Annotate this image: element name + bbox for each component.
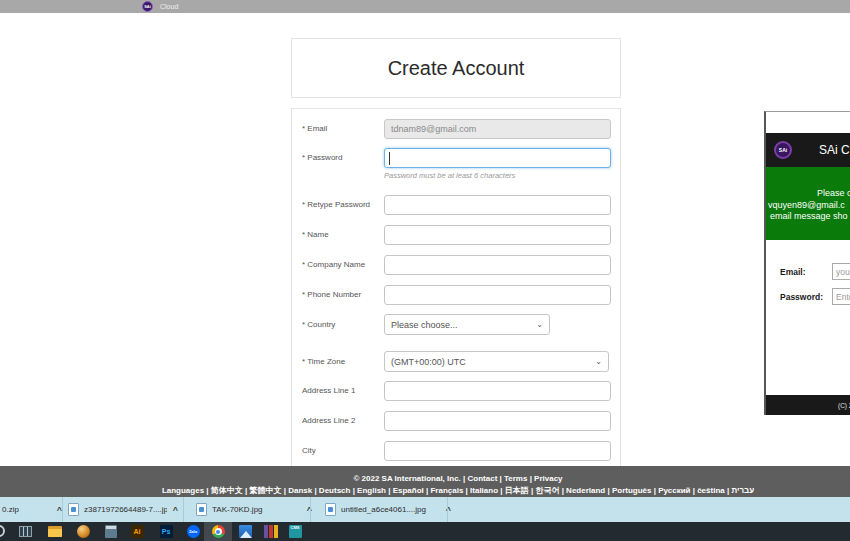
shelf-divider [447, 497, 448, 522]
address-line-1-label: Address Line 1 [302, 386, 355, 395]
winrar-icon[interactable] [258, 522, 284, 541]
task-view-icon[interactable] [12, 522, 38, 541]
page-title-panel: Create Account [291, 38, 621, 98]
retype-password-field[interactable] [384, 195, 611, 215]
email-label: * Email [302, 124, 327, 133]
password-hint: Password must be at least 6 characters [384, 171, 515, 180]
site-footer: © 2022 SA International, Inc. | Contact … [0, 466, 850, 497]
text-caret [389, 152, 390, 165]
download-filename: 0.zip [2, 505, 19, 514]
photoshop-icon[interactable]: Ps [153, 522, 179, 541]
chevron-down-icon: ⌄ [536, 320, 543, 329]
address-line-1-field[interactable] [384, 381, 611, 401]
popup-password-label: Password: [780, 292, 823, 302]
address-line-2-label: Address Line 2 [302, 416, 355, 425]
file-explorer-icon[interactable] [42, 522, 68, 541]
cms-app-icon[interactable]: CMS [282, 522, 308, 541]
download-filename: untitled_a6ce4061....jpg [341, 505, 426, 514]
chrome-icon-active[interactable] [204, 522, 232, 541]
popup-email-field[interactable] [832, 263, 850, 280]
globe-app-icon[interactable] [70, 522, 96, 541]
sai-cloud-login-window: SAi SAi C Please ch vquyen89@gmail.c ema… [764, 111, 850, 415]
downloads-shelf: 0.zip ^ z3871972664489-7....jpg ^ TAK-70… [0, 497, 850, 522]
photos-app-icon[interactable] [232, 522, 258, 541]
brand-label: Cloud [160, 3, 178, 10]
country-select-value: Please choose... [391, 320, 458, 330]
address-line-2-field[interactable] [384, 411, 611, 431]
popup-footer: (C) 2 [766, 395, 850, 415]
popup-message-line: Please ch [766, 188, 850, 200]
page-title: Create Account [388, 57, 525, 80]
collapse-icon[interactable]: ^ [167, 505, 178, 515]
create-account-form: * Email * Password Password must be at l… [291, 108, 621, 488]
download-item[interactable]: untitled_a6ce4061....jpg ^ [311, 497, 456, 522]
name-field[interactable] [384, 225, 611, 245]
collapse-icon[interactable]: ^ [51, 505, 62, 515]
download-item[interactable]: TAK-70KD.jpg ^ [184, 497, 317, 522]
calculator-icon[interactable] [98, 522, 124, 541]
country-select[interactable]: Please choose... ⌄ [384, 314, 550, 335]
popup-password-field[interactable] [832, 288, 850, 305]
popup-titlebar[interactable] [766, 112, 850, 133]
collapse-icon[interactable]: ^ [440, 505, 451, 515]
password-field[interactable] [384, 148, 611, 168]
file-image-icon [68, 503, 79, 516]
popup-message-line: email message sho [766, 211, 850, 223]
company-name-label: * Company Name [302, 260, 365, 269]
time-zone-select[interactable]: (GMT+00:00) UTC ⌄ [384, 351, 609, 372]
download-filename: z3871972664489-7....jpg [84, 505, 167, 514]
password-label: * Password [302, 153, 342, 162]
popup-message-banner: Please ch vquyen89@gmail.c email message… [766, 167, 850, 240]
file-image-icon [325, 503, 336, 516]
partial-app-icon[interactable] [0, 525, 5, 537]
file-image-icon [196, 503, 207, 516]
city-label: City [302, 446, 316, 455]
popup-footer-copyright: (C) 2 [838, 402, 850, 409]
name-label: * Name [302, 230, 329, 239]
zalo-icon[interactable]: Zalo [180, 522, 206, 541]
country-label: * Country [302, 320, 335, 329]
company-name-field[interactable] [384, 255, 611, 275]
download-item[interactable]: 0.zip ^ [0, 497, 66, 522]
download-filename: TAK-70KD.jpg [212, 505, 263, 514]
footer-copyright-links[interactable]: © 2022 SA International, Inc. | Contact … [0, 474, 850, 483]
retype-password-label: * Retype Password [302, 200, 370, 209]
time-zone-label: * Time Zone [302, 357, 345, 366]
popup-header: SAi SAi C [766, 133, 850, 167]
time-zone-select-value: (GMT+00:00) UTC [391, 357, 466, 367]
email-field[interactable] [384, 119, 611, 139]
windows-taskbar: Ai Ps Zalo CMS [0, 522, 850, 541]
illustrator-icon[interactable]: Ai [124, 522, 150, 541]
popup-email-label: Email: [780, 267, 806, 277]
phone-number-label: * Phone Number [302, 290, 361, 299]
popup-login-body: Email: Password: [766, 240, 850, 395]
phone-number-field[interactable] [384, 285, 611, 305]
footer-language-links[interactable]: Languages | 简体中文 | 繁體中文 | Dansk | Deutsc… [0, 485, 850, 496]
popup-message-line: vquyen89@gmail.c [766, 200, 850, 212]
sai-logo-icon: SAi [774, 141, 792, 159]
download-item[interactable]: z3871972664489-7....jpg ^ [63, 497, 183, 522]
top-brand-bar: SAi Cloud [0, 0, 850, 13]
chevron-down-icon: ⌄ [595, 357, 602, 366]
city-field[interactable] [384, 441, 611, 461]
sai-logo-icon: SAi [142, 1, 153, 12]
popup-app-title: SAi C [819, 143, 850, 157]
